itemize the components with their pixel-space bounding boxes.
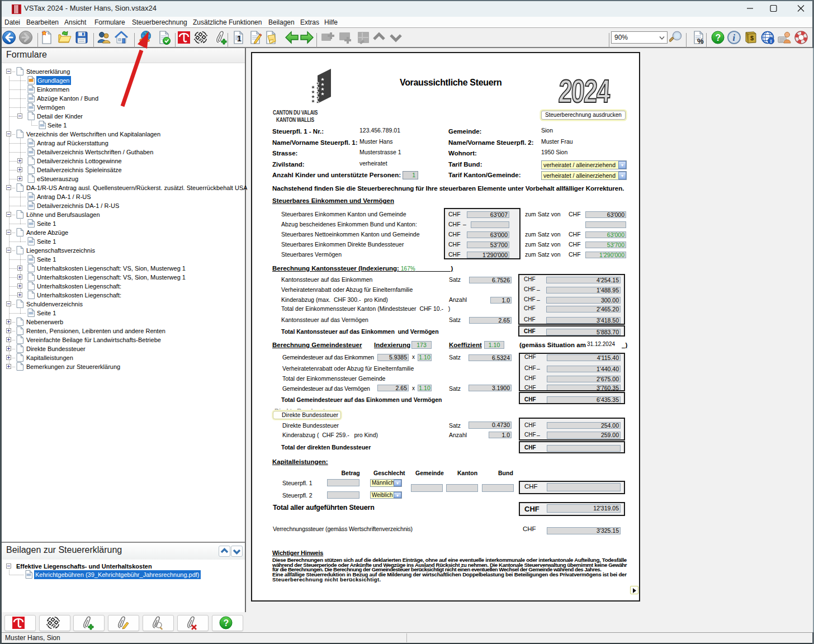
svg-text:%: %	[697, 37, 704, 45]
svg-text:1: 1	[237, 34, 242, 43]
svg-text:!: !	[770, 39, 772, 44]
svg-text:i: i	[733, 33, 736, 42]
svg-text:?: ?	[716, 33, 721, 42]
svg-text:?: ?	[224, 618, 229, 628]
svg-text:$: $	[750, 35, 754, 41]
